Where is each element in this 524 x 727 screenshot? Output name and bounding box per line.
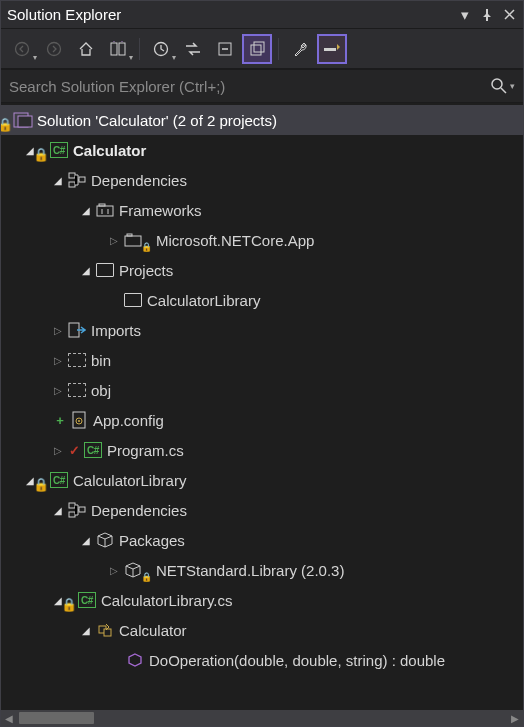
toolbar: ▾ ▾ ▾ (1, 29, 523, 69)
svg-rect-24 (69, 512, 75, 517)
svg-rect-18 (127, 234, 132, 236)
program-file-node[interactable]: ✓ C# Program.cs (1, 435, 523, 465)
expander-icon[interactable] (49, 385, 67, 396)
svg-point-22 (78, 420, 80, 422)
lock-icon: 🔒 (61, 597, 75, 615)
node-label: Packages (119, 532, 185, 549)
csharp-project-icon: C# (49, 141, 69, 159)
back-dropdown-icon[interactable]: ▾ (33, 53, 37, 68)
imports-icon (67, 321, 87, 339)
pin-icon[interactable] (479, 7, 495, 23)
node-label: CalculatorLibrary (73, 472, 186, 489)
node-label: obj (91, 382, 111, 399)
lock-icon: 🔒 (33, 477, 47, 495)
svg-rect-15 (97, 206, 113, 216)
collapse-all-button[interactable] (210, 34, 240, 64)
config-file-icon (69, 411, 89, 429)
git-mod-icon: ✓ (67, 443, 81, 458)
search-icon[interactable]: ▾ (490, 77, 515, 95)
svg-rect-17 (125, 236, 141, 246)
preview-button[interactable] (317, 34, 347, 64)
projects-node[interactable]: Projects (1, 255, 523, 285)
dependencies-icon (67, 501, 87, 519)
close-icon[interactable] (501, 7, 517, 23)
package-ref-node[interactable]: 🔒 NETStandard.Library (2.0.3) (1, 555, 523, 585)
svg-rect-27 (104, 629, 111, 636)
class-icon (95, 621, 115, 639)
tree-view[interactable]: 🔒 Solution 'Calculator' (2 of 2 projects… (1, 103, 523, 710)
csharp-file-icon: C# (77, 591, 97, 609)
node-label: Dependencies (91, 172, 187, 189)
method-icon (125, 651, 145, 669)
search-input[interactable] (9, 78, 484, 95)
node-label: Calculator (73, 142, 146, 159)
project-ref-node[interactable]: CalculatorLibrary (1, 285, 523, 315)
dropdown-icon[interactable]: ▾ (457, 7, 473, 23)
node-label: Dependencies (91, 502, 187, 519)
sync-button[interactable] (178, 34, 208, 64)
dependencies-icon (67, 171, 87, 189)
lock-overlay-icon: 🔒 (141, 572, 152, 585)
csharp-file-icon: C# (83, 441, 103, 459)
properties-button[interactable] (285, 34, 315, 64)
svg-rect-2 (111, 43, 117, 55)
svg-point-0 (16, 42, 29, 55)
project-node[interactable]: 🔒 C# Calculator (1, 135, 523, 165)
node-label: CalculatorLibrary (147, 292, 260, 309)
project-ref-icon (123, 291, 143, 309)
hidden-folder-icon (67, 381, 87, 399)
toolbar-separator (278, 38, 279, 60)
method-node[interactable]: DoOperation(double, double, string) : do… (1, 645, 523, 675)
svg-rect-6 (251, 45, 261, 55)
svg-rect-12 (69, 173, 75, 178)
svg-rect-13 (69, 182, 75, 187)
packages-node[interactable]: Packages (1, 525, 523, 555)
lock-overlay-icon: 🔒 (141, 242, 152, 255)
switch-dropdown-icon[interactable]: ▾ (129, 53, 133, 68)
expander-icon[interactable] (77, 535, 95, 546)
expander-icon[interactable] (77, 265, 95, 276)
expander-icon[interactable] (77, 205, 95, 216)
expander-icon[interactable] (49, 355, 67, 366)
appconfig-file-node[interactable]: + App.config (1, 405, 523, 435)
cs-file-node[interactable]: 🔒 C# CalculatorLibrary.cs (1, 585, 523, 615)
expander-icon[interactable] (49, 175, 67, 186)
expander-icon[interactable] (49, 325, 67, 336)
home-button[interactable] (71, 34, 101, 64)
class-node[interactable]: Calculator (1, 615, 523, 645)
csharp-project-icon: C# (49, 471, 69, 489)
expander-icon[interactable] (105, 565, 123, 576)
node-label: CalculatorLibrary.cs (101, 592, 232, 609)
expander-icon[interactable] (105, 235, 123, 246)
solution-node[interactable]: 🔒 Solution 'Calculator' (2 of 2 projects… (1, 105, 523, 135)
obj-folder-node[interactable]: obj (1, 375, 523, 405)
expander-icon[interactable] (49, 445, 67, 456)
framework-ref-node[interactable]: 🔒 Microsoft.NETCore.App (1, 225, 523, 255)
scroll-left-icon[interactable]: ◀ (1, 713, 17, 724)
svg-rect-14 (79, 177, 85, 182)
dependencies-node[interactable]: Dependencies (1, 495, 523, 525)
git-add-icon: + (53, 413, 67, 428)
packages-icon (95, 531, 115, 549)
svg-point-1 (48, 42, 61, 55)
horizontal-scrollbar[interactable]: ◀ ▶ (1, 710, 523, 726)
project-node[interactable]: 🔒 C# CalculatorLibrary (1, 465, 523, 495)
dependencies-node[interactable]: Dependencies (1, 165, 523, 195)
forward-button[interactable] (39, 34, 69, 64)
node-label: bin (91, 352, 111, 369)
scroll-thumb[interactable] (19, 712, 94, 724)
show-all-files-button[interactable] (242, 34, 272, 64)
expander-icon[interactable] (77, 625, 95, 636)
node-label: NETStandard.Library (2.0.3) (156, 562, 344, 579)
expander-icon[interactable] (49, 505, 67, 516)
scroll-right-icon[interactable]: ▶ (507, 713, 523, 724)
node-label: Microsoft.NETCore.App (156, 232, 314, 249)
imports-node[interactable]: Imports (1, 315, 523, 345)
svg-point-9 (492, 79, 502, 89)
svg-rect-11 (18, 116, 32, 127)
node-label: Frameworks (119, 202, 202, 219)
bin-folder-node[interactable]: bin (1, 345, 523, 375)
pending-dropdown-icon[interactable]: ▾ (172, 53, 176, 68)
svg-rect-16 (99, 204, 105, 206)
frameworks-node[interactable]: Frameworks (1, 195, 523, 225)
